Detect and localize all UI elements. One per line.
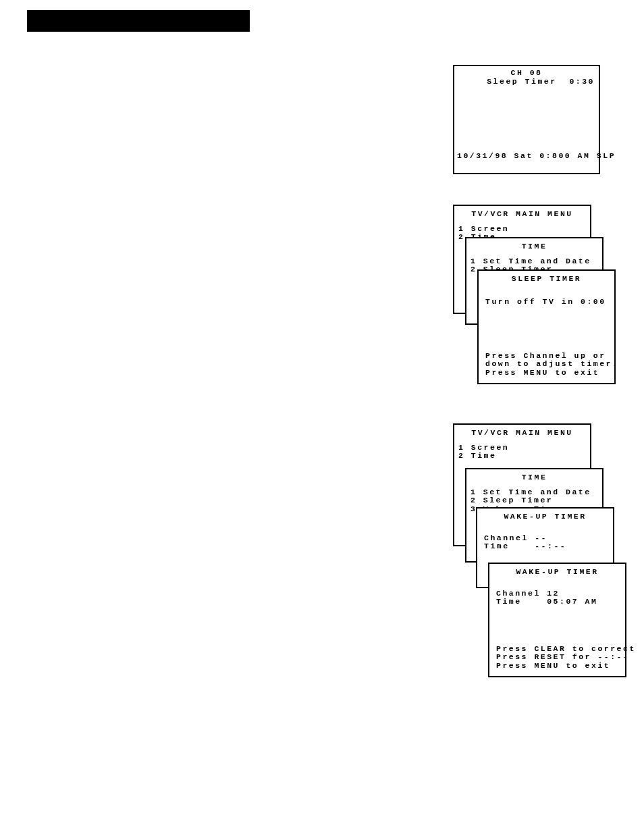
wakeup-menu-2: WAKE-UP TIMER Channel 12 Time 05:07 AM P… <box>488 563 626 677</box>
sleep-hint-2: down to adjust timer. <box>485 360 618 368</box>
wakeup-2-title: WAKE-UP TIMER <box>489 568 625 576</box>
main-menu-2-item-2: 2 Time <box>458 452 590 460</box>
channel-label: CH 08 <box>454 69 599 77</box>
sleep-hint-1: Press Channel up or <box>485 352 618 360</box>
sleep-timer-menu: SLEEP TIMER Turn off TV in 0:00 Press Ch… <box>477 269 616 384</box>
wakeup-2-channel: Channel 12 <box>496 590 625 598</box>
main-menu-2-item-1: 1 Screen <box>458 444 590 452</box>
time-menu-item-1: 1 Set Time and Date <box>471 257 602 265</box>
wakeup-1-channel: Channel -- <box>484 534 613 542</box>
main-menu-item-1: 1 Screen <box>458 225 590 233</box>
wakeup-2-time: Time 05:07 AM <box>496 598 625 606</box>
time-menu-2-item-1: 1 Set Time and Date <box>471 488 602 496</box>
sleep-timer-title: SLEEP TIMER <box>479 275 614 283</box>
time-menu-2-title: TIME <box>466 473 602 481</box>
wakeup-1-time: Time --:-- <box>484 542 613 550</box>
wakeup-hint-1: Press CLEAR to correct <box>496 645 636 653</box>
wakeup-hint-3: Press MENU to exit <box>496 662 636 670</box>
header-blackbar <box>27 10 250 32</box>
wakeup-hint-2: Press RESET for --:-- <box>496 653 636 661</box>
sleep-timer-label: Sleep Timer 0:30 <box>454 78 595 86</box>
sleep-timer-body: Turn off TV in 0:00 <box>485 298 614 306</box>
time-menu-2-item-2: 2 Sleep Timer <box>471 496 602 504</box>
wakeup-1-title: WAKE-UP TIMER <box>477 513 613 521</box>
osd-screen-1: CH 08 Sleep Timer 0:30 10/31/98 Sat 0:80… <box>453 65 600 174</box>
time-menu-title: TIME <box>466 242 602 251</box>
main-menu-title: TV/VCR MAIN MENU <box>454 210 590 218</box>
sleep-hint-3: Press MENU to exit <box>485 369 618 377</box>
main-menu-2-title: TV/VCR MAIN MENU <box>454 429 590 437</box>
status-line: 10/31/98 Sat 0:800 AM SLP <box>457 152 616 160</box>
